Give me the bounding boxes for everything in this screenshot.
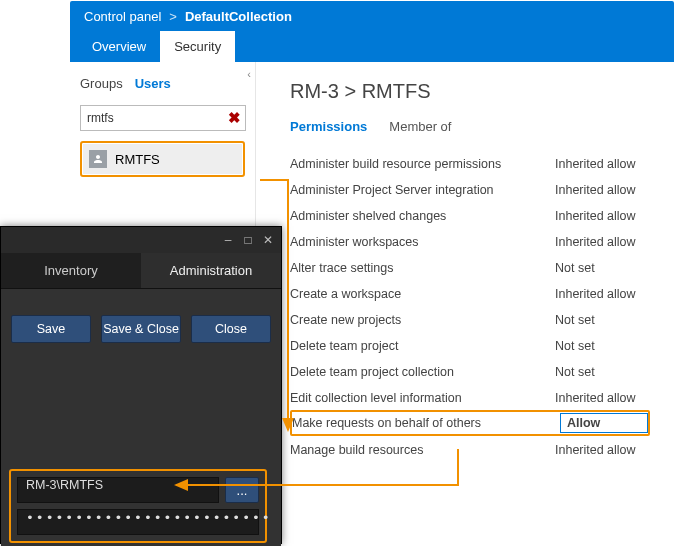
browse-button[interactable]: ... bbox=[225, 477, 259, 503]
maximize-icon[interactable]: □ bbox=[241, 233, 255, 247]
dark-window: – □ ✕ Inventory Administration Save Save… bbox=[0, 226, 282, 544]
permission-row[interactable]: Delete team projectNot set bbox=[290, 332, 650, 358]
permission-label: Create a workspace bbox=[290, 287, 555, 301]
dark-body: Save Save & Close Close RM-3\RMTFS ... •… bbox=[1, 289, 281, 546]
tab-administration[interactable]: Administration bbox=[141, 253, 281, 288]
tab-inventory[interactable]: Inventory bbox=[1, 253, 141, 288]
permission-value[interactable]: Not set bbox=[555, 365, 650, 379]
breadcrumb: Control panel > DefaultCollection bbox=[70, 1, 674, 24]
permission-label: Delete team project bbox=[290, 339, 555, 353]
permission-row[interactable]: Administer build resource permissionsInh… bbox=[290, 150, 650, 176]
perm-tabs: Permissions Member of bbox=[290, 119, 670, 140]
tab-security[interactable]: Security bbox=[160, 31, 235, 62]
permission-label: Administer build resource permissions bbox=[290, 157, 555, 171]
permission-label: Make requests on behalf of others bbox=[292, 416, 560, 430]
button-row: Save Save & Close Close bbox=[11, 309, 271, 343]
permission-row[interactable]: Delete team project collectionNot set bbox=[290, 358, 650, 384]
permission-value[interactable]: Not set bbox=[555, 313, 650, 327]
permissions-list: Administer build resource permissionsInh… bbox=[290, 150, 650, 462]
permission-value[interactable]: Inherited allow bbox=[555, 209, 650, 223]
breadcrumb-root[interactable]: Control panel bbox=[84, 9, 161, 24]
permission-value[interactable]: Not set bbox=[555, 261, 650, 275]
permission-value[interactable]: Inherited allow bbox=[555, 157, 650, 171]
permission-value[interactable]: Inherited allow bbox=[555, 183, 650, 197]
tab-overview[interactable]: Overview bbox=[78, 31, 160, 62]
permission-row[interactable]: Administer Project Server integrationInh… bbox=[290, 176, 650, 202]
save-button[interactable]: Save bbox=[11, 315, 91, 343]
save-close-button[interactable]: Save & Close bbox=[101, 315, 181, 343]
user-row[interactable]: RMTFS bbox=[83, 144, 242, 174]
close-icon[interactable]: ✕ bbox=[261, 233, 275, 247]
permission-label: Administer Project Server integration bbox=[290, 183, 555, 197]
permission-row[interactable]: Manage build resourcesInherited allow bbox=[290, 436, 650, 462]
permission-label: Alter trace settings bbox=[290, 261, 555, 275]
permission-row[interactable]: Edit collection level informationInherit… bbox=[290, 384, 650, 410]
search-value: rmtfs bbox=[87, 111, 114, 125]
dark-tabs: Inventory Administration bbox=[1, 253, 281, 289]
clear-icon[interactable]: ✖ bbox=[228, 109, 241, 127]
header-tabs: Overview Security bbox=[78, 31, 235, 62]
permission-label: Create new projects bbox=[290, 313, 555, 327]
permission-value[interactable]: Inherited allow bbox=[555, 391, 650, 405]
chevron-right-icon: > bbox=[169, 9, 177, 24]
permission-row[interactable]: Administer shelved changesInherited allo… bbox=[290, 202, 650, 228]
sidebar: ‹ Groups Users rmtfs ✖ RMTFS bbox=[70, 62, 256, 242]
azure-header: Control panel > DefaultCollection Overvi… bbox=[70, 1, 674, 62]
permission-row[interactable]: Create new projectsNot set bbox=[290, 306, 650, 332]
collapse-icon[interactable]: ‹ bbox=[247, 68, 251, 80]
user-row-highlight: RMTFS bbox=[80, 141, 245, 177]
close-button[interactable]: Close bbox=[191, 315, 271, 343]
password-field[interactable]: ••••••••••••••••••••••••• bbox=[17, 509, 259, 535]
permission-label: Manage build resources bbox=[290, 443, 555, 457]
permission-row[interactable]: Make requests on behalf of othersAllow bbox=[290, 410, 650, 436]
user-name: RMTFS bbox=[115, 152, 160, 167]
permission-value[interactable]: Inherited allow bbox=[555, 287, 650, 301]
permission-label: Administer shelved changes bbox=[290, 209, 555, 223]
permission-label: Delete team project collection bbox=[290, 365, 555, 379]
tab-permissions[interactable]: Permissions bbox=[290, 119, 367, 140]
credential-highlight: RM-3\RMTFS ... ••••••••••••••••••••••••• bbox=[9, 469, 267, 543]
breadcrumb-collection[interactable]: DefaultCollection bbox=[185, 9, 292, 24]
subtab-users[interactable]: Users bbox=[135, 76, 171, 91]
permission-row[interactable]: Alter trace settingsNot set bbox=[290, 254, 650, 280]
tab-member-of[interactable]: Member of bbox=[389, 119, 451, 140]
permission-label: Edit collection level information bbox=[290, 391, 555, 405]
titlebar: – □ ✕ bbox=[1, 227, 281, 253]
permission-value[interactable]: Not set bbox=[555, 339, 650, 353]
sidebar-subtabs: Groups Users bbox=[80, 76, 245, 91]
page-title: RM-3 > RMTFS bbox=[290, 80, 670, 103]
user-icon bbox=[89, 150, 107, 168]
permission-row[interactable]: Create a workspaceInherited allow bbox=[290, 280, 650, 306]
account-field[interactable]: RM-3\RMTFS bbox=[17, 477, 219, 503]
main-panel: RM-3 > RMTFS Permissions Member of Admin… bbox=[290, 80, 670, 462]
search-input[interactable]: rmtfs ✖ bbox=[80, 105, 246, 131]
permission-label: Administer workspaces bbox=[290, 235, 555, 249]
permission-value[interactable]: Inherited allow bbox=[555, 443, 650, 457]
permission-value[interactable]: Inherited allow bbox=[555, 235, 650, 249]
minimize-icon[interactable]: – bbox=[221, 233, 235, 247]
subtab-groups[interactable]: Groups bbox=[80, 76, 123, 91]
permission-row[interactable]: Administer workspacesInherited allow bbox=[290, 228, 650, 254]
permission-value[interactable]: Allow bbox=[560, 413, 648, 433]
